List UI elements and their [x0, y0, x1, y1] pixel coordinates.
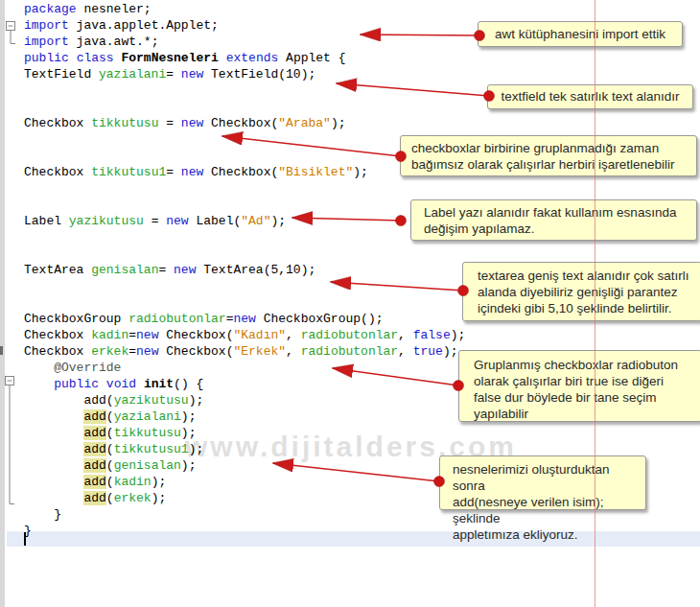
- code-line: [24, 197, 465, 213]
- code-line: add(genisalan);: [24, 457, 465, 474]
- code-line: CheckboxGroup radiobutonlar=new Checkbox…: [24, 311, 465, 327]
- code-line: [24, 180, 465, 197]
- callout-box-checkbox: checkboxlar birbirine gruplanmadığı zama…: [400, 135, 697, 176]
- code-line: [24, 245, 465, 262]
- code-line: public void init() {: [24, 376, 465, 392]
- callout-box-checkboxgroup: Gruplanmış checkboxlar radiobuton olarak…: [458, 350, 700, 422]
- code-line: [24, 278, 465, 294]
- code-line: package nesneler;: [24, 1, 465, 17]
- code-line: }: [24, 506, 465, 523]
- callout-box-add: nesnelerimizi oluşturduktan sonra add(ne…: [439, 455, 646, 510]
- right-margin-guide: [595, 0, 595, 607]
- fold-toggle-icon[interactable]: [7, 22, 15, 31]
- code-line: [24, 82, 465, 99]
- code-line: [24, 229, 465, 245]
- code-line: Checkbox tikkutusu = new Checkbox("Araba…: [24, 115, 465, 131]
- editor-left-strip: [0, 0, 5, 607]
- callout-box-textfield: textfield tek satırlık text alanıdır: [487, 84, 693, 109]
- code-line: add(erkek);: [24, 490, 465, 506]
- code-line: add(tikkutusu1);: [24, 441, 465, 457]
- fold-gutter: [6, 22, 16, 504]
- code-line: public class FormNesneleri extends Apple…: [24, 50, 465, 66]
- code-line: add(tikkutusu);: [24, 425, 465, 441]
- code-line: add(yazikutusu);: [24, 392, 465, 409]
- code-line: add(kadin);: [24, 474, 465, 490]
- code-area[interactable]: package nesneler;import java.applet.Appl…: [24, 1, 465, 539]
- code-line: Checkbox kadin=new Checkbox("Kadın", rad…: [24, 327, 465, 343]
- code-line: import java.awt.*;: [24, 34, 465, 50]
- code-line: Checkbox erkek=new Checkbox("Erkek", rad…: [24, 343, 465, 360]
- ide-editor-screenshot: { "editor": { "colors": { "keyword": "#1…: [0, 0, 700, 607]
- callout-box-label: Label yazı alanıdır fakat kullanım esnas…: [410, 199, 697, 241]
- code-line: [24, 99, 465, 115]
- code-line: TextField yazialani= new TextField(10);: [24, 66, 465, 82]
- text-caret: [24, 532, 26, 546]
- code-line: [24, 294, 465, 311]
- code-line: import java.applet.Applet;: [24, 17, 465, 34]
- code-line: add(yazialani);: [24, 409, 465, 425]
- code-line: Label yazikutusu = new Label("Ad");: [24, 213, 465, 229]
- code-line: TextArea genisalan= new TextArea(5,10);: [24, 262, 465, 278]
- code-line: }: [24, 523, 465, 539]
- callout-box-import: awt kütüphanesini import ettik: [478, 21, 683, 47]
- code-line: @Override: [24, 360, 465, 376]
- callout-box-textarea: textarea geniş text alanıdır çok satırlı…: [462, 262, 700, 321]
- gutter-mark: [0, 346, 3, 355]
- fold-toggle-icon[interactable]: [6, 377, 14, 385]
